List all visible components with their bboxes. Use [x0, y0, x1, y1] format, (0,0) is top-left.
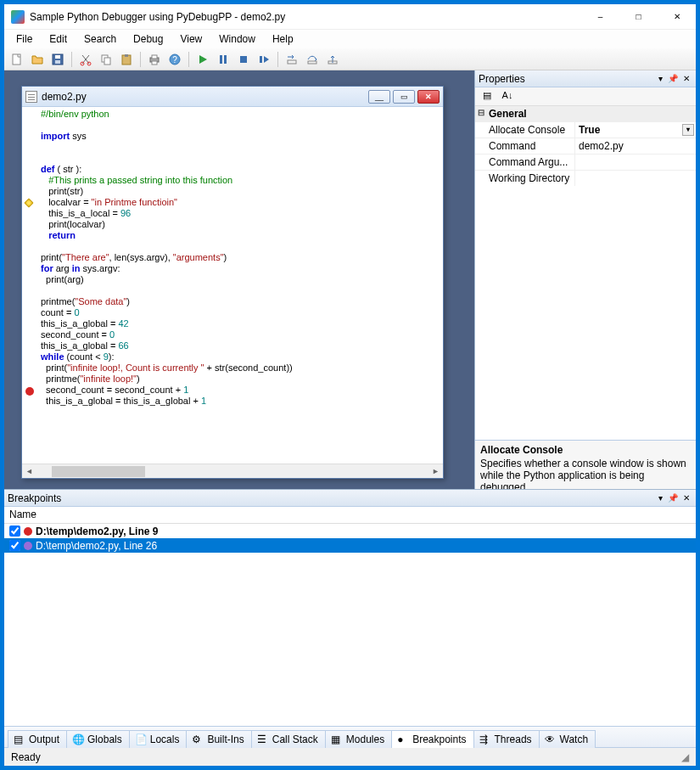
code-line[interactable]: [22, 285, 443, 296]
property-value[interactable]: [575, 171, 696, 186]
breakpoint-row[interactable]: D:\temp\demo2.py, Line 9: [4, 524, 696, 538]
property-row[interactable]: Allocate ConsoleTrue▾: [475, 121, 696, 138]
tab-output[interactable]: ▤Output: [8, 730, 67, 748]
code-line[interactable]: print("There are", len(sys.argv), "argum…: [22, 252, 443, 263]
property-value[interactable]: True▾: [575, 122, 696, 138]
tab-icon: ▤: [14, 733, 25, 745]
tab-built-ins[interactable]: ⚙Built-Ins: [186, 730, 251, 748]
code-line[interactable]: second_count = 0: [22, 329, 443, 340]
breakpoints-column-header[interactable]: Name: [4, 507, 696, 524]
property-row[interactable]: Command Argu...: [475, 154, 696, 170]
tab-globals[interactable]: 🌐Globals: [66, 730, 130, 748]
breakpoint-row[interactable]: D:\temp\demo2.py, Line 26: [4, 538, 696, 553]
step-into-button[interactable]: [283, 50, 301, 69]
scroll-left-icon[interactable]: ◄: [22, 467, 36, 475]
restart-button[interactable]: [255, 50, 273, 69]
paste-button[interactable]: [117, 50, 136, 69]
property-value[interactable]: [575, 155, 696, 170]
menu-search[interactable]: Search: [76, 31, 125, 47]
code-line[interactable]: #/bin/env python: [22, 109, 443, 120]
cut-button[interactable]: [76, 50, 95, 69]
pause-button[interactable]: [214, 50, 232, 69]
property-row[interactable]: Working Directory: [475, 170, 696, 186]
panel-close-icon[interactable]: ✕: [680, 74, 692, 83]
code-line[interactable]: this_is_a_global = 66: [22, 340, 443, 351]
print-button[interactable]: [145, 50, 164, 69]
tab-watch[interactable]: 👁Watch: [539, 730, 596, 748]
property-row[interactable]: Commanddemo2.py: [475, 138, 696, 154]
code-line[interactable]: print("infinite loop!, Count is currentl…: [22, 363, 443, 374]
close-button[interactable]: ✕: [658, 4, 696, 30]
code-line[interactable]: #This prints a passed string into this f…: [22, 175, 443, 186]
editor-hscrollbar[interactable]: ◄ ►: [22, 464, 443, 478]
property-value[interactable]: demo2.py: [575, 138, 696, 154]
editor-minimize-button[interactable]: __: [368, 90, 390, 104]
code-line[interactable]: def ( str ):: [22, 164, 443, 175]
menu-window[interactable]: Window: [210, 31, 264, 47]
code-line[interactable]: return: [22, 230, 443, 241]
code-line[interactable]: print(str): [22, 186, 443, 197]
new-file-button[interactable]: [8, 50, 26, 69]
scroll-thumb[interactable]: [52, 466, 145, 477]
maximize-button[interactable]: □: [619, 4, 658, 30]
breakpoint-checkbox[interactable]: [9, 540, 20, 551]
about-button[interactable]: ?: [165, 50, 184, 69]
tab-threads[interactable]: ⇶Threads: [473, 730, 540, 748]
code-line[interactable]: this_is_a_global = 42: [22, 318, 443, 329]
code-line[interactable]: [22, 241, 443, 252]
panel-close-icon[interactable]: ✕: [680, 493, 692, 503]
tab-modules[interactable]: ▦Modules: [325, 730, 392, 748]
dropdown-icon[interactable]: ▾: [682, 124, 694, 136]
code-line[interactable]: while (count < 9):: [22, 351, 443, 363]
code-line[interactable]: this_is_a_local = 96: [22, 208, 443, 219]
code-line[interactable]: print(arg): [22, 274, 443, 285]
code-line[interactable]: count = 0: [22, 307, 443, 318]
run-button[interactable]: [193, 50, 212, 69]
copy-button[interactable]: [97, 50, 115, 69]
properties-header[interactable]: Properties ▾ 📌 ✕: [475, 70, 696, 87]
save-button[interactable]: [48, 50, 67, 69]
editor-close-button[interactable]: ✕: [417, 90, 440, 104]
editor-titlebar[interactable]: demo2.py __ ▭ ✕: [22, 87, 443, 107]
minimize-button[interactable]: –: [581, 4, 619, 30]
categorized-button[interactable]: ▤: [479, 89, 496, 104]
breakpoints-list[interactable]: D:\temp\demo2.py, Line 9D:\temp\demo2.py…: [4, 524, 696, 726]
code-editor[interactable]: #/bin/env python import sys def ( str ):…: [22, 107, 443, 464]
code-line[interactable]: this_is_a_global = this_is_a_global + 1: [22, 396, 443, 407]
breakpoint-marker-icon[interactable]: [25, 387, 34, 396]
property-category[interactable]: General: [475, 106, 696, 121]
alphabetical-button[interactable]: A↓: [499, 89, 516, 104]
menu-view[interactable]: View: [171, 31, 210, 47]
code-line[interactable]: localvar = "in Printme functioin": [22, 197, 443, 208]
menu-debug[interactable]: Debug: [125, 31, 171, 47]
breakpoints-header[interactable]: Breakpoints ▾ 📌 ✕: [4, 490, 696, 507]
code-line[interactable]: printme("Some data"): [22, 296, 443, 307]
code-line[interactable]: [22, 120, 443, 131]
code-line[interactable]: [22, 153, 443, 164]
breakpoint-checkbox[interactable]: [9, 526, 20, 537]
panel-pin-icon[interactable]: 📌: [665, 74, 680, 83]
code-line[interactable]: for arg in sys.argv:: [22, 263, 443, 274]
tab-locals[interactable]: 📄Locals: [129, 730, 188, 748]
property-grid[interactable]: General Allocate ConsoleTrue▾Commanddemo…: [475, 106, 696, 440]
open-file-button[interactable]: [28, 50, 47, 69]
code-line[interactable]: second_count = second_count + 1: [22, 385, 443, 396]
panel-dropdown-icon[interactable]: ▾: [656, 493, 665, 503]
editor-maximize-button[interactable]: ▭: [393, 90, 415, 104]
scroll-right-icon[interactable]: ►: [428, 467, 443, 475]
menu-edit[interactable]: Edit: [41, 31, 76, 47]
step-out-button[interactable]: [323, 50, 342, 69]
resize-grip-icon[interactable]: ◢: [681, 751, 689, 763]
step-over-button[interactable]: [303, 50, 322, 69]
tab-breakpoints[interactable]: ●Breakpoints: [391, 730, 473, 748]
menu-help[interactable]: Help: [264, 31, 302, 47]
code-line[interactable]: [22, 142, 443, 153]
panel-dropdown-icon[interactable]: ▾: [656, 74, 665, 83]
code-line[interactable]: print(localvar): [22, 219, 443, 230]
menu-file[interactable]: File: [8, 31, 41, 47]
code-line[interactable]: import sys: [22, 131, 443, 142]
code-line[interactable]: printme("infinite loop!"): [22, 374, 443, 385]
panel-pin-icon[interactable]: 📌: [665, 493, 680, 503]
tab-call-stack[interactable]: ☰Call Stack: [251, 730, 326, 748]
stop-button[interactable]: [234, 50, 253, 69]
